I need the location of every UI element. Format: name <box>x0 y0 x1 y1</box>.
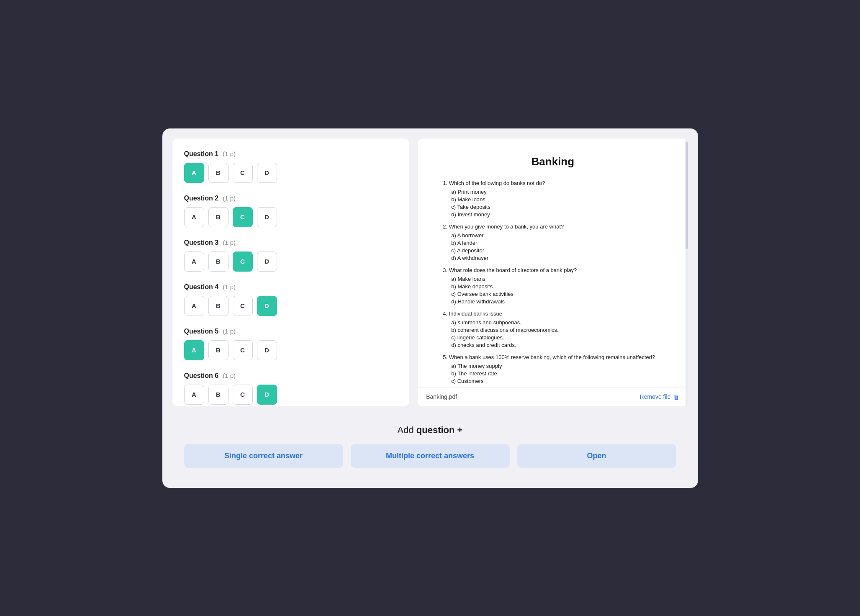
pdf-question-5-option-1: b) The interest rate <box>451 370 662 377</box>
question-3-options: ABCD <box>184 252 398 272</box>
question-3-option-b[interactable]: B <box>208 252 228 272</box>
pdf-question-3-options: a) Make loansb) Make depositsc) Oversee … <box>443 276 662 305</box>
question-5-option-a[interactable]: A <box>184 340 204 360</box>
pdf-content: Banking 1. Which of the following do ban… <box>418 139 688 387</box>
pdf-question-3-option-2: c) Oversee bank activities <box>451 291 662 297</box>
scrollbar-thumb[interactable] <box>685 142 688 249</box>
pdf-question-5-text: 5. When a bank uses 100% reserve banking… <box>443 354 662 360</box>
pdf-question-5-option-2: c) Customers <box>451 378 662 384</box>
pdf-question-4-text: 4. Individual banks issue <box>443 311 662 317</box>
question-6-option-d[interactable]: D <box>257 385 277 405</box>
question-4-points: (1 p) <box>223 283 236 290</box>
question-6-points: (1 p) <box>223 372 236 379</box>
question-6-option-c[interactable]: C <box>233 385 253 405</box>
question-4-label: Question 4 <box>184 283 219 291</box>
question-type-single-button[interactable]: Single correct answer <box>184 444 343 468</box>
pdf-question-1-option-0: a) Print money <box>451 189 662 195</box>
question-row: Question 1(1 p)ABCD <box>184 150 398 183</box>
pdf-question-4-option-2: c) lingerie catalogues. <box>451 334 662 341</box>
pdf-question-5: 5. When a bank uses 100% reserve banking… <box>443 354 662 387</box>
pdf-question-4-option-0: a) summons and subpoenas. <box>451 319 662 326</box>
question-1-options: ABCD <box>184 163 398 183</box>
question-3-option-a[interactable]: A <box>184 252 204 272</box>
pdf-question-4-options: a) summons and subpoenas.b) coherent dis… <box>443 319 662 348</box>
pdf-question-4-option-3: d) checks and credit cards. <box>451 342 662 348</box>
question-4-header: Question 4(1 p) <box>184 283 398 291</box>
question-3-points: (1 p) <box>223 239 236 246</box>
question-2-options: ABCD <box>184 207 398 227</box>
question-5-option-b[interactable]: B <box>208 340 228 360</box>
question-3-option-d[interactable]: D <box>257 252 277 272</box>
question-1-option-a[interactable]: A <box>184 163 204 183</box>
pdf-question-3: 3. What role does the board of directors… <box>443 267 662 305</box>
question-2-label: Question 2 <box>184 195 219 202</box>
question-1-option-d[interactable]: D <box>257 163 277 183</box>
pdf-title: Banking <box>443 155 662 168</box>
pdf-question-4: 4. Individual banks issuea) summons and … <box>443 311 662 348</box>
question-list-panel: Question 1(1 p)ABCDQuestion 2(1 p)ABCDQu… <box>172 139 410 406</box>
pdf-question-1-option-2: c) Take deposits <box>451 204 662 210</box>
pdf-question-1-option-3: d) Invest money <box>451 211 662 218</box>
question-1-header: Question 1(1 p) <box>184 150 398 158</box>
question-2-header: Question 2(1 p) <box>184 195 398 202</box>
question-row: Question 3(1 p)ABCD <box>184 239 398 272</box>
question-5-points: (1 p) <box>223 328 236 335</box>
question-1-label: Question 1 <box>184 150 219 158</box>
pdf-question-2-option-3: d) A withdrawer <box>451 255 662 261</box>
question-6-label: Question 6 <box>184 372 219 380</box>
question-6-option-a[interactable]: A <box>184 385 204 405</box>
question-3-option-c[interactable]: C <box>233 252 253 272</box>
pdf-question-3-option-0: a) Make loans <box>451 276 662 282</box>
question-row: Question 6(1 p)ABCD <box>184 372 398 405</box>
question-type-buttons: Single correct answerMultiple correct an… <box>181 444 680 468</box>
pdf-footer: Banking.pdf Remove file 🗑 <box>418 387 688 406</box>
question-5-options: ABCD <box>184 340 398 360</box>
question-1-option-c[interactable]: C <box>233 163 253 183</box>
question-row: Question 4(1 p)ABCD <box>184 283 398 316</box>
pdf-question-1-option-1: b) Make loans <box>451 196 662 203</box>
add-question-label: Add question + <box>398 425 463 436</box>
question-type-multiple-button[interactable]: Multiple correct answers <box>351 444 510 468</box>
pdf-question-1-options: a) Print moneyb) Make loansc) Take depos… <box>443 189 662 218</box>
pdf-filename: Banking.pdf <box>426 393 457 400</box>
question-4-option-b[interactable]: B <box>208 296 228 316</box>
question-4-option-a[interactable]: A <box>184 296 204 316</box>
main-container: Question 1(1 p)ABCDQuestion 2(1 p)ABCDQu… <box>162 128 698 488</box>
question-6-header: Question 6(1 p) <box>184 372 398 380</box>
pdf-question-3-text: 3. What role does the board of directors… <box>443 267 662 273</box>
pdf-question-1-text: 1. Which of the following do banks not d… <box>443 180 662 186</box>
question-1-option-b[interactable]: B <box>208 163 228 183</box>
pdf-question-2-option-2: c) A depositor <box>451 247 662 254</box>
pdf-question-4-option-1: b) coherent discussions of macroeconomic… <box>451 327 662 333</box>
question-6-option-b[interactable]: B <box>208 385 228 405</box>
pdf-question-5-option-0: a) The money supply <box>451 363 662 369</box>
question-5-label: Question 5 <box>184 328 219 335</box>
question-3-header: Question 3(1 p) <box>184 239 398 246</box>
question-3-label: Question 3 <box>184 239 219 246</box>
add-question-section: Add question + Single correct answerMult… <box>172 415 688 478</box>
question-4-options: ABCD <box>184 296 398 316</box>
pdf-question-2-option-1: b) A lender <box>451 240 662 246</box>
pdf-question-2: 2. When you give money to a bank, you ar… <box>443 223 662 261</box>
pdf-question-1: 1. Which of the following do banks not d… <box>443 180 662 218</box>
question-2-points: (1 p) <box>223 195 236 202</box>
question-1-points: (1 p) <box>223 150 236 157</box>
pdf-question-3-option-3: d) Handle withdrawals <box>451 298 662 305</box>
pdf-question-2-text: 2. When you give money to a bank, you ar… <box>443 223 662 230</box>
question-6-options: ABCD <box>184 385 398 405</box>
remove-file-button[interactable]: Remove file 🗑 <box>640 393 680 400</box>
question-4-option-d[interactable]: D <box>257 296 277 316</box>
question-2-option-b[interactable]: B <box>208 207 228 227</box>
trash-icon: 🗑 <box>673 393 680 400</box>
question-type-open-button[interactable]: Open <box>517 444 676 468</box>
scrollbar-track[interactable] <box>685 139 688 406</box>
question-4-option-c[interactable]: C <box>233 296 253 316</box>
question-2-option-a[interactable]: A <box>184 207 204 227</box>
pdf-question-2-option-0: a) A borrower <box>451 232 662 239</box>
question-5-option-d[interactable]: D <box>257 340 277 360</box>
question-row: Question 5(1 p)ABCD <box>184 328 398 360</box>
pdf-question-2-options: a) A borrowerb) A lenderc) A depositord)… <box>443 232 662 261</box>
question-2-option-c[interactable]: C <box>233 207 253 227</box>
question-5-option-c[interactable]: C <box>233 340 253 360</box>
question-2-option-d[interactable]: D <box>257 207 277 227</box>
